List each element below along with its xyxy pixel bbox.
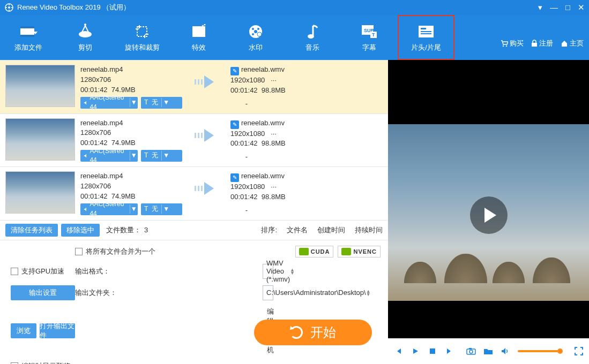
arrow-icon [182,171,230,216]
sort-by-created[interactable]: 创建时间 [317,225,345,235]
volume-icon[interactable] [501,346,510,356]
file-row[interactable]: reneelab.mp4 1280x706 00:01:42 74.9MB AA… [0,166,388,220]
arrow-icon [182,118,230,163]
maximize-icon[interactable]: □ [565,3,570,12]
subtitle-pill[interactable]: T 无▼ [141,203,182,215]
start-button[interactable]: 开始 [254,320,372,345]
edit-icon[interactable]: ✎ [230,120,239,129]
subtitle-pill[interactable]: T 无▼ [141,97,182,109]
menu-icon[interactable]: ▾ [538,3,542,12]
camera-icon[interactable] [466,346,476,356]
crop-icon [133,22,151,41]
next-icon[interactable] [445,346,454,356]
play-icon[interactable] [411,346,420,356]
audio-pill[interactable]: AAC(Stereo 44▼ [80,150,138,162]
register-link[interactable]: 注册 [531,39,553,48]
svg-point-19 [308,34,314,39]
folder-input[interactable]: C:\Users\Administrator\Desktop\ ▲▼ [263,285,273,300]
gpu-checkbox[interactable]: 支持GPU加速 [11,267,64,276]
speaker-icon [84,153,88,158]
main-toolbar: 添加文件 剪切 旋转和裁剪 特效 水印 音乐 SUBT 字幕 片头/片尾 购买 … [0,15,589,60]
merge-checkbox[interactable]: 将所有文件合并为一个 [75,247,263,256]
nvenc-badge: NVENC [338,246,381,257]
home-link[interactable]: 主页 [561,39,584,48]
edit-icon[interactable]: ✎ [230,173,239,182]
folder-label: 输出文件夹： [75,288,263,298]
output-resolution: 1920x1080 ··· [230,182,359,192]
music-icon [303,22,322,41]
output-duration-size: 00:01:42 98.8MB [230,86,359,96]
sort-by-duration[interactable]: 持续时间 [355,225,383,235]
svg-point-9 [79,31,92,37]
check-icon: ✔ [11,362,18,364]
file-name: reneelab.mp4 [80,171,182,181]
home-icon [561,40,568,47]
svg-rect-30 [532,43,537,47]
toolbar-rotate-crop[interactable]: 旋转和裁剪 [114,15,170,60]
chevron-down-icon: ▼ [130,151,138,160]
output-settings-button[interactable]: 输出设置 [11,285,75,300]
toolbar-effects[interactable]: 特效 [170,15,227,60]
file-name: reneelab.mp4 [80,65,182,75]
chevron-updown-icon: ▲▼ [290,268,295,275]
open-output-button[interactable]: 打开输出文件 [40,323,76,338]
format-select[interactable]: WMV Video (*.wmv) ▲▼ [263,264,273,279]
folder-icon[interactable] [483,346,493,356]
edit-icon[interactable]: ✎ [230,67,239,75]
volume-slider[interactable] [518,350,561,352]
minimize-icon[interactable]: — [550,3,558,12]
toolbar-cut[interactable]: 剪切 [57,15,114,60]
titlebar: Renee Video Toolbox 2019 （试用） ▾ — □ ✕ [0,0,589,15]
toolbar-add-file[interactable]: 添加文件 [0,15,57,60]
svg-rect-11 [137,27,147,36]
intro-outro-icon [417,22,435,41]
thumbnail [5,171,75,214]
file-name: reneelab.mp4 [80,118,182,128]
svg-rect-12 [192,26,205,37]
browse-button[interactable]: 浏览 [11,323,36,338]
fullscreen-icon[interactable] [574,346,584,356]
svg-rect-26 [421,31,431,32]
chevron-down-icon: ▼ [161,151,171,160]
output-name: reneelab.wmv [241,119,285,127]
prev-icon[interactable] [393,346,403,356]
preview-checkbox[interactable]: ✔编辑时显示预览 [11,361,75,364]
speaker-icon [84,207,88,212]
audio-pill[interactable]: AAC(Stereo 44▼ [80,203,138,215]
cut-icon [76,22,94,41]
toolbar-watermark[interactable]: 水印 [227,15,284,60]
svg-rect-8 [20,35,34,37]
chevron-down-icon: ▼ [130,98,138,107]
close-icon[interactable]: ✕ [578,3,585,12]
svg-point-1 [8,6,10,9]
svg-point-29 [506,46,507,47]
output-name: reneelab.wmv [241,65,285,73]
audio-pill[interactable]: AAC(Stereo 44▼ [80,97,138,109]
video-preview[interactable] [388,60,589,338]
buy-link[interactable]: 购买 [501,39,524,48]
svg-rect-25 [421,28,426,29]
output-subtitle: - [230,152,263,162]
thumbnail [5,65,75,107]
play-overlay-icon[interactable] [470,196,508,234]
file-resolution: 1280x706 [80,75,182,85]
file-count-value: 3 [144,226,148,234]
file-row[interactable]: reneelab.mp4 1280x706 00:01:42 74.9MB AA… [0,60,388,113]
format-label: 输出格式： [75,267,263,276]
arrow-icon [182,65,230,109]
app-logo-icon [4,3,14,12]
clear-list-button[interactable]: 清除任务列表 [5,224,58,237]
remove-selected-button[interactable]: 移除选中 [61,224,100,237]
toolbar-subtitle[interactable]: SUBT 字幕 [341,15,398,60]
app-title: Renee Video Toolbox 2019 （试用） [17,3,130,12]
svg-rect-7 [20,26,34,28]
effects-icon [190,22,208,41]
svg-text:T: T [372,32,375,37]
sort-by-name[interactable]: 文件名 [287,225,308,235]
toolbar-music[interactable]: 音乐 [284,15,341,60]
toolbar-intro-outro[interactable]: 片头/片尾 [398,15,454,60]
output-duration-size: 00:01:42 98.8MB [230,139,359,149]
file-row[interactable]: reneelab.mp4 1280x706 00:01:42 74.9MB AA… [0,113,388,167]
stop-icon[interactable] [428,346,437,356]
subtitle-pill[interactable]: T 无▼ [141,150,182,162]
